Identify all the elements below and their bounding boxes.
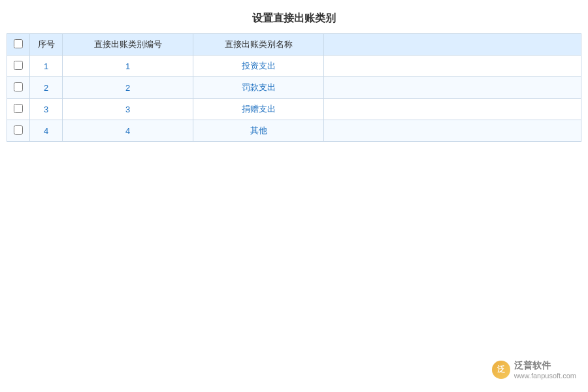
row-extra <box>324 99 581 120</box>
row-name: 捐赠支出 <box>193 99 324 120</box>
row-extra <box>324 77 581 99</box>
row-extra <box>324 56 581 77</box>
row-name: 投资支出 <box>193 56 324 77</box>
header-seq: 序号 <box>30 34 63 56</box>
watermark: 泛 泛普软件 www.fanpusoft.com <box>492 359 576 380</box>
watermark-logo-text: 泛 <box>497 364 505 375</box>
row-code: 1 <box>63 56 193 77</box>
table-row: 2 2 罚款支出 <box>7 77 581 99</box>
table-row: 1 1 投资支出 <box>7 56 581 77</box>
row-code: 4 <box>63 120 193 142</box>
row-checkbox-1[interactable] <box>14 61 23 70</box>
row-checkbox-4[interactable] <box>14 125 23 135</box>
watermark-logo: 泛 <box>492 361 510 379</box>
row-code: 3 <box>63 99 193 120</box>
row-checkbox-cell <box>7 77 30 99</box>
row-checkbox-cell <box>7 99 30 120</box>
row-name: 其他 <box>193 120 324 142</box>
row-seq: 1 <box>30 56 63 77</box>
header-extra <box>324 34 581 56</box>
watermark-url: www.fanpusoft.com <box>514 371 576 380</box>
page-title: 设置直接出账类别 <box>0 0 588 33</box>
row-seq: 2 <box>30 77 63 99</box>
table-row: 4 4 其他 <box>7 120 581 142</box>
row-checkbox-3[interactable] <box>14 104 23 113</box>
row-checkbox-2[interactable] <box>14 82 23 91</box>
table-header-row: 序号 直接出账类别编号 直接出账类别名称 <box>7 34 581 56</box>
row-seq: 4 <box>30 120 63 142</box>
row-name: 罚款支出 <box>193 77 324 99</box>
row-checkbox-cell <box>7 120 30 142</box>
header-name: 直接出账类别名称 <box>193 34 324 56</box>
header-checkbox-cell <box>7 34 30 56</box>
header-code: 直接出账类别编号 <box>63 34 193 56</box>
table-row: 3 3 捐赠支出 <box>7 99 581 120</box>
main-table: 序号 直接出账类别编号 直接出账类别名称 1 1 投资支出 2 2 罚款支出 <box>7 33 581 142</box>
row-code: 2 <box>63 77 193 99</box>
row-checkbox-cell <box>7 56 30 77</box>
table-wrapper: 序号 直接出账类别编号 直接出账类别名称 1 1 投资支出 2 2 罚款支出 <box>7 33 581 142</box>
row-extra <box>324 120 581 142</box>
watermark-brand: 泛普软件 <box>514 359 576 371</box>
row-seq: 3 <box>30 99 63 120</box>
table-body: 1 1 投资支出 2 2 罚款支出 3 3 捐赠支出 4 4 <box>7 56 581 142</box>
select-all-checkbox[interactable] <box>14 39 23 48</box>
watermark-text-block: 泛普软件 www.fanpusoft.com <box>514 359 576 380</box>
